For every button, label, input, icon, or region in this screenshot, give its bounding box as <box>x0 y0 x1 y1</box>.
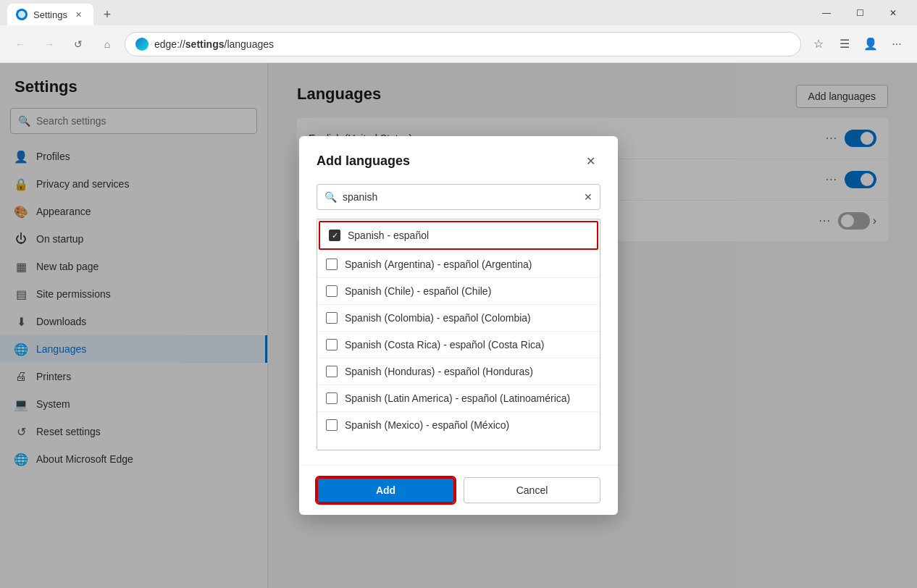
modal-close-button[interactable]: ✕ <box>580 151 600 171</box>
language-option-label: Spanish (Mexico) - español (México) <box>345 419 509 431</box>
url-suffix: /languages <box>225 38 275 50</box>
cancel-button[interactable]: Cancel <box>464 477 600 503</box>
address-bar-actions: ☆ ☰ 👤 ··· <box>807 33 908 56</box>
language-search-input[interactable] <box>343 191 578 203</box>
url-bar[interactable]: edge://settings/languages <box>125 32 801 56</box>
language-checkbox[interactable] <box>326 419 338 431</box>
language-checkbox[interactable] <box>326 366 338 377</box>
favorite-button[interactable]: ☆ <box>807 33 830 56</box>
language-option-label: Spanish (Costa Rica) - español (Costa Ri… <box>345 339 544 350</box>
language-option-label: Spanish (Argentina) - español (Argentina… <box>345 259 532 270</box>
search-icon: 🔍 <box>324 191 337 203</box>
modal-footer: Add Cancel <box>299 465 618 515</box>
address-bar: ← → ↺ ⌂ edge://settings/languages ☆ ☰ 👤 … <box>0 25 917 63</box>
profile-button[interactable]: 👤 <box>859 33 882 56</box>
new-tab-button[interactable]: + <box>96 4 118 25</box>
list-item[interactable]: Spanish (Honduras) - español (Honduras) <box>317 358 600 385</box>
language-checkbox[interactable] <box>326 312 338 324</box>
list-item[interactable]: Spanish (Latin America) - español (Latin… <box>317 385 600 412</box>
url-prefix: edge:// <box>154 38 185 50</box>
language-option-label: Spanish (Honduras) - español (Honduras) <box>345 366 533 377</box>
edge-logo-icon <box>135 38 148 51</box>
language-list: ✓ Spanish - español Spanish (Argentina) … <box>317 219 600 450</box>
add-languages-modal: Add languages ✕ 🔍 ✕ ✓ Spanish - español … <box>299 136 618 515</box>
close-tab-button[interactable]: ✕ <box>73 9 85 20</box>
language-checkbox[interactable] <box>326 392 338 404</box>
list-item[interactable]: Spanish (Costa Rica) - español (Costa Ri… <box>317 332 600 358</box>
language-checkbox[interactable]: ✓ <box>329 230 340 241</box>
url-bold: settings <box>185 38 225 50</box>
modal-title: Add languages <box>317 154 410 169</box>
list-item[interactable]: Spanish (Mexico) - español (México) <box>317 412 600 438</box>
title-bar: Settings ✕ + — ☐ ✕ <box>0 0 917 25</box>
browser-tabs: Settings ✕ + <box>7 0 118 25</box>
clear-search-button[interactable]: ✕ <box>584 191 593 203</box>
more-button[interactable]: ··· <box>885 33 908 56</box>
language-option-label: Spanish (Chile) - español (Chile) <box>345 285 491 297</box>
refresh-button[interactable]: ↺ <box>67 33 90 56</box>
language-checkbox[interactable] <box>326 339 338 350</box>
language-option-label: Spanish (Latin America) - español (Latin… <box>345 392 570 404</box>
list-item[interactable]: Spanish (Colombia) - español (Colombia) <box>317 305 600 332</box>
minimize-button[interactable]: — <box>810 0 843 25</box>
language-option-label: Spanish - español <box>348 230 429 241</box>
collections-button[interactable]: ☰ <box>833 33 856 56</box>
language-option-label: Spanish (Colombia) - español (Colombia) <box>345 312 531 324</box>
settings-tab[interactable]: Settings ✕ <box>7 4 93 25</box>
tab-favicon <box>16 9 28 20</box>
language-checkbox[interactable] <box>326 259 338 270</box>
maximize-button[interactable]: ☐ <box>843 0 876 25</box>
modal-header: Add languages ✕ <box>299 136 618 178</box>
modal-overlay: Add languages ✕ 🔍 ✕ ✓ Spanish - español … <box>0 63 917 588</box>
list-item[interactable]: ✓ Spanish - español <box>319 221 598 250</box>
home-button[interactable]: ⌂ <box>96 33 119 56</box>
language-checkbox[interactable] <box>326 285 338 297</box>
url-text: edge://settings/languages <box>154 38 274 50</box>
language-search-box[interactable]: 🔍 ✕ <box>317 184 600 210</box>
list-item[interactable]: Spanish (Argentina) - español (Argentina… <box>317 251 600 278</box>
tab-label: Settings <box>33 9 67 20</box>
list-item[interactable]: Spanish (Chile) - español (Chile) <box>317 278 600 305</box>
forward-button[interactable]: → <box>38 33 61 56</box>
window-controls: — ☐ ✕ <box>810 0 910 25</box>
modal-body: 🔍 ✕ ✓ Spanish - español Spanish (Argenti… <box>299 178 618 465</box>
add-button[interactable]: Add <box>317 477 455 503</box>
close-window-button[interactable]: ✕ <box>876 0 910 25</box>
svg-point-0 <box>18 11 25 18</box>
back-button[interactable]: ← <box>9 33 32 56</box>
